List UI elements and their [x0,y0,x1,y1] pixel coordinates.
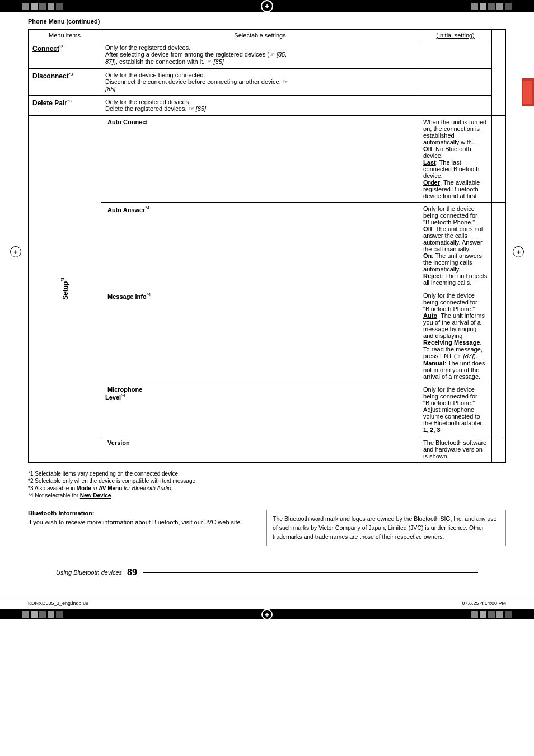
menu-item-delete-pair: Delete Pair*3 [29,96,101,116]
bluetooth-left-text: If you wish to receive more information … [28,519,255,525]
footnote-3: *3 Also available in Mode in AV Menu for… [28,485,506,491]
initial-message-info [492,289,506,383]
col-header-menu: Menu items [29,30,101,41]
menu-item-auto-connect: Auto Connect [101,116,419,203]
settings-auto-answer: Only for the device being connected for … [419,203,492,289]
nav-line [143,572,478,573]
initial-disconnect [419,69,492,96]
footer-info: KDNXD505_J_eng.indb 89 07.6.25 4:14:00 P… [0,599,534,607]
section-title: Phone Menu (continued) [28,18,506,25]
footer-right: 07.6.25 4:14:00 PM [462,600,506,606]
initial-version [492,436,506,463]
initial-connect [419,41,492,69]
table-row: Delete Pair*3 Only for the registered de… [29,96,506,116]
page-tab [522,78,534,106]
menu-item-microphone-level: MicrophoneLevel*4 [101,383,419,436]
table-row: Disconnect*3 Only for the device being c… [29,69,506,96]
settings-message-info: Only for the device being connected for … [419,289,492,383]
initial-delete-pair [419,96,492,116]
col-header-initial: (Initial setting) [419,30,492,41]
settings-version: The Bluetooth software and hardware vers… [419,436,492,463]
menu-item-version: Version [101,436,419,463]
footnote-1: *1 Selectable items vary depending on th… [28,471,506,477]
settings-connect: Only for the registered devices. After s… [101,41,419,69]
footnote-4: *4 Not selectable for New Device. [28,492,506,499]
footer-left: KDNXD505_J_eng.indb 89 [28,600,88,606]
menu-item-auto-answer: Auto Answer*4 [101,203,419,289]
bottom-navigation: Using Bluetooth devices 89 [28,563,506,582]
table-row: Setup*3 Auto Connect When the unit is tu… [29,116,506,203]
settings-microphone-level: Only for the device being connected for … [419,383,492,436]
margin-target-right: + [513,246,524,257]
table-row: Connect*3 Only for the registered device… [29,41,506,69]
bluetooth-section: Bluetooth Information: If you wish to re… [28,510,506,546]
nav-label: Using Bluetooth devices [56,569,122,576]
bluetooth-left: Bluetooth Information: If you wish to re… [28,510,255,525]
footnotes: *1 Selectable items vary depending on th… [28,471,506,499]
menu-item-message-info: Message Info*4 [101,289,419,383]
settings-auto-connect: When the unit is turned on, the connecti… [419,116,492,203]
initial-microphone-level [492,383,506,436]
col-header-settings: Selectable settings [101,30,419,41]
page-number: 89 [127,567,137,577]
setup-label: Setup*3 [60,278,69,300]
menu-item-connect: Connect*3 [29,41,101,69]
setup-group-label-cell: Setup*3 [29,116,101,463]
phone-menu-table: Menu items Selectable settings (Initial … [28,29,506,463]
settings-disconnect: Only for the device being connected. Dis… [101,69,419,96]
bluetooth-right-text: The Bluetooth word mark and logos are ow… [266,510,506,546]
initial-auto-answer [492,203,506,289]
settings-delete-pair: Only for the registered devices. Delete … [101,96,419,116]
menu-item-disconnect: Disconnect*3 [29,69,101,96]
initial-auto-connect [492,116,506,203]
margin-target-left: + [10,246,21,257]
bluetooth-title: Bluetooth Information: [28,510,255,516]
footnote-2: *2 Selectable only when the device is co… [28,478,506,484]
